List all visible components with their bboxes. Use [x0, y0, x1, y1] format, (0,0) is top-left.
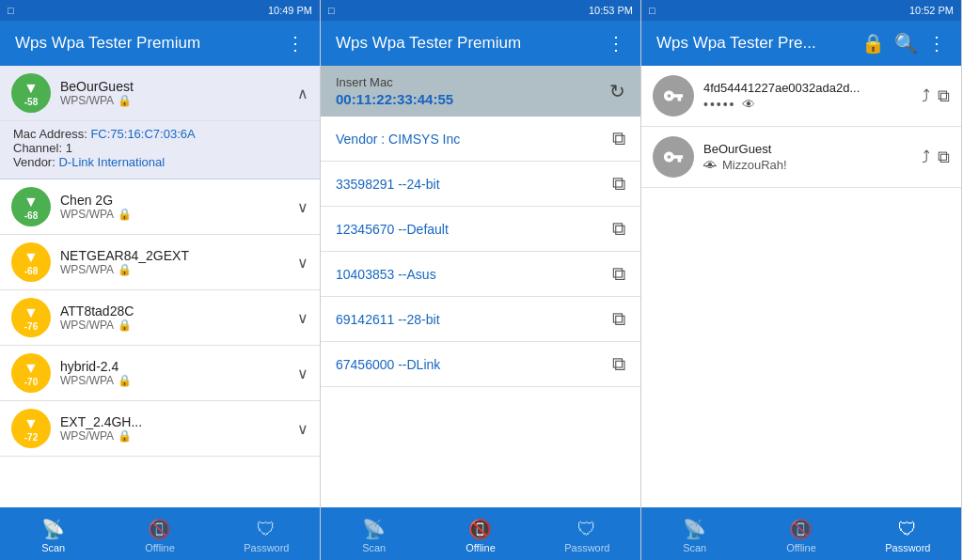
signal-2: -68: [24, 266, 38, 276]
wifi-name-1: Chen 2G: [60, 193, 297, 208]
nav-password-label-1: Password: [244, 542, 289, 553]
expand-icon-5[interactable]: ∨: [297, 420, 308, 438]
status-icon-3: □: [649, 5, 655, 16]
copy-vendor-icon[interactable]: ⧉: [612, 128, 625, 149]
wifi-name-0: BeOurGuest: [60, 79, 297, 94]
nav-scan-1[interactable]: 📡 Scan: [0, 514, 106, 553]
nav-scan-2[interactable]: 📡 Scan: [321, 514, 427, 553]
wifi-item-5[interactable]: ▼ -72 EXT_2.4GH... WPS/WPA 🔒 ∨: [0, 401, 320, 457]
wifi-type-4: WPS/WPA 🔒: [60, 374, 297, 387]
offline-nav-icon-1: 📵: [148, 518, 171, 540]
wifi-type-1: WPS/WPA 🔒: [60, 208, 297, 221]
wifi-item-0[interactable]: ▼ -58 BeOurGuest WPS/WPA 🔒 ∧: [0, 66, 320, 121]
more-vert-icon-1[interactable]: ⋮: [286, 32, 305, 54]
wifi-badge-2: ▼ -68: [11, 242, 51, 282]
expand-icon-4[interactable]: ∨: [297, 365, 308, 382]
nav-password-3[interactable]: 🛡 Password: [855, 515, 961, 553]
panel-offline: □ 10:53 PM Wps Wpa Tester Premium ⋮ Inse…: [321, 0, 641, 560]
insert-mac-value[interactable]: 00:11:22:33:44:55: [336, 91, 453, 107]
offline-nav-icon-2: 📵: [468, 518, 492, 540]
wifi-item-4[interactable]: ▼ -70 hybrid-2.4 WPS/WPA 🔒 ∨: [0, 346, 320, 401]
copy-pin-icon-2[interactable]: ⧉: [612, 263, 625, 285]
scan-nav-icon-1: 📡: [41, 518, 65, 540]
nav-scan-3[interactable]: 📡 Scan: [641, 514, 748, 553]
nav-offline-2[interactable]: 📵 Offline: [427, 514, 533, 553]
pin-item-2[interactable]: 10403853 --Asus ⧉: [321, 252, 640, 297]
panel-password: □ 10:52 PM Wps Wpa Tester Pre... 🔒 🔍 ⋮ 4…: [641, 0, 962, 560]
wifi-badge-1: ▼ -68: [11, 187, 51, 226]
app-title-2: Wps Wpa Tester Premium: [336, 34, 607, 53]
nav-password-1[interactable]: 🛡 Password: [213, 515, 320, 553]
share-icon-0[interactable]: ⤴: [922, 86, 930, 106]
copy-pin-icon-4[interactable]: ⧉: [612, 353, 625, 375]
wifi-item-3[interactable]: ▼ -76 ATT8tad28C WPS/WPA 🔒 ∨: [0, 290, 320, 346]
nav-offline-3[interactable]: 📵 Offline: [748, 514, 854, 553]
password-list: 4fd54441227ae0032ada2d... ••••• 👁 ⤴ ⧉ Be…: [641, 66, 961, 507]
wifi-type-2: WPS/WPA 🔒: [60, 263, 297, 276]
nav-offline-1[interactable]: 📵 Offline: [106, 514, 213, 553]
status-time-3: 10:52 PM: [909, 5, 954, 16]
vendor-0: D-Link International: [58, 155, 165, 169]
more-vert-icon-2[interactable]: ⋮: [607, 32, 625, 54]
expand-icon-3[interactable]: ∨: [297, 309, 308, 327]
nav-password-label-3: Password: [885, 542, 930, 553]
signal-5: -72: [24, 432, 38, 443]
panel-scan: □ 10:49 PM Wps Wpa Tester Premium ⋮ ▼ -5…: [0, 0, 321, 560]
vendor-label: Vendor : CIMSYS Inc: [336, 132, 612, 147]
lock-app-icon-3[interactable]: 🔒: [861, 32, 885, 54]
wifi-item-2[interactable]: ▼ -68 NETGEAR84_2GEXT WPS/WPA 🔒 ∨: [0, 235, 320, 290]
search-icon-3[interactable]: 🔍: [894, 32, 918, 54]
copy-pin-icon-3[interactable]: ⧉: [612, 308, 625, 330]
pin-list: Vendor : CIMSYS Inc ⧉ 33598291 --24-bit …: [321, 117, 640, 507]
nav-offline-label-2: Offline: [466, 542, 496, 553]
nav-password-2[interactable]: 🛡 Password: [534, 515, 640, 553]
scan-nav-icon-2: 📡: [362, 518, 386, 540]
wifi-item-1[interactable]: ▼ -68 Chen 2G WPS/WPA 🔒 ∨: [0, 179, 320, 235]
app-bar-icons-3: 🔒 🔍 ⋮: [861, 32, 946, 54]
pin-item-0[interactable]: 33598291 --24-bit ⧉: [321, 162, 640, 207]
wifi-name-5: EXT_2.4GH...: [60, 414, 297, 429]
insert-mac-label: Insert Mac: [336, 75, 453, 89]
copy-icon-0[interactable]: ⧉: [938, 86, 950, 106]
expand-icon-2[interactable]: ∨: [297, 254, 308, 272]
nav-offline-label-3: Offline: [786, 542, 816, 553]
pw-hash-0: 4fd54441227ae0032ada2d...: [703, 81, 922, 95]
bottom-nav-3: 📡 Scan 📵 Offline 🛡 Password: [641, 507, 961, 560]
status-time-1: 10:49 PM: [268, 5, 312, 16]
pin-item-1[interactable]: 12345670 --Default ⧉: [321, 207, 640, 252]
signal-3: -76: [24, 321, 38, 332]
password-nav-icon-3: 🛡: [898, 519, 917, 540]
wifi-type-0: WPS/WPA 🔒: [60, 94, 297, 107]
expand-icon-1[interactable]: ∨: [297, 198, 308, 216]
wifi-badge-4: ▼ -70: [11, 353, 51, 393]
key-badge-0: [653, 75, 694, 117]
copy-icon-1[interactable]: ⧉: [938, 148, 950, 167]
wifi-badge-5: ▼ -72: [11, 409, 51, 448]
expand-icon-0[interactable]: ∧: [297, 85, 308, 102]
app-title-3: Wps Wpa Tester Pre...: [656, 34, 861, 53]
pin-item-3[interactable]: 69142611 --28-bit ⧉: [321, 297, 640, 342]
pin-item-4[interactable]: 67456000 --DLink ⧉: [321, 342, 640, 387]
status-bar-2: □ 10:53 PM: [321, 0, 640, 21]
key-badge-1: [653, 136, 694, 178]
eye-icon-0[interactable]: 👁: [742, 97, 755, 112]
wifi-name-4: hybrid-2.4: [60, 359, 297, 374]
status-bar-3: □ 10:52 PM: [641, 0, 961, 21]
app-bar-2: Wps Wpa Tester Premium ⋮: [321, 21, 640, 66]
status-icon-1: □: [8, 5, 14, 16]
status-icon-2: □: [328, 5, 335, 16]
copy-pin-icon-1[interactable]: ⧉: [612, 218, 625, 240]
vendor-item[interactable]: Vendor : CIMSYS Inc ⧉: [321, 117, 640, 162]
status-time-2: 10:53 PM: [589, 5, 633, 16]
copy-pin-icon-0[interactable]: ⧉: [612, 173, 625, 194]
pin-text-4: 67456000 --DLink: [336, 357, 612, 372]
share-icon-1[interactable]: ⤴: [922, 148, 930, 167]
lock-icon-1: 🔒: [118, 208, 132, 221]
pw-name-1: BeOurGuest: [703, 142, 922, 156]
more-vert-icon-3[interactable]: ⋮: [927, 32, 946, 54]
offline-nav-icon-3: 📵: [789, 518, 813, 540]
pin-text-0: 33598291 --24-bit: [336, 177, 612, 192]
eye-slash-icon-1[interactable]: 👁: [703, 158, 717, 173]
refresh-icon[interactable]: ↻: [609, 80, 625, 102]
app-bar-1: Wps Wpa Tester Premium ⋮: [0, 21, 320, 66]
